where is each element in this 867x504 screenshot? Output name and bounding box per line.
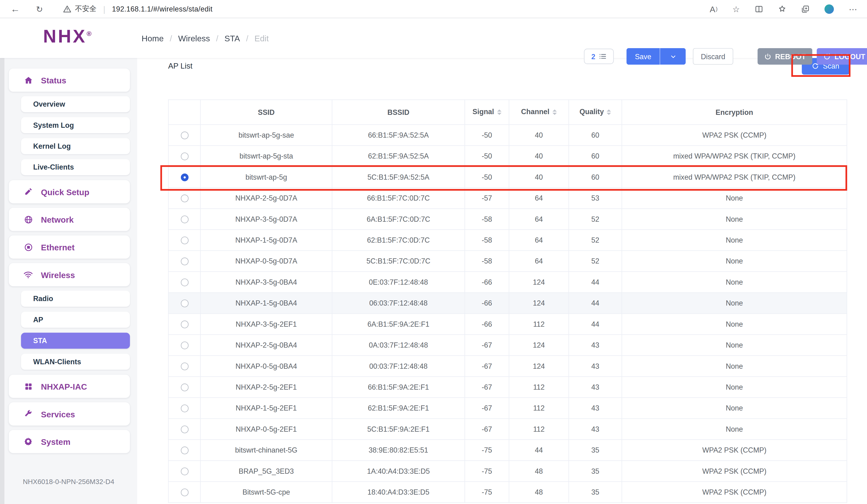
ap-row-bitswrt-5g-cpe[interactable]: Bitswrt-5G-cpe18:40:A4:D3:3E:D5-754835WP… bbox=[169, 482, 847, 503]
sort-carets-icon[interactable] bbox=[497, 107, 501, 117]
cell-ssid: NHXAP-0-5g-0BA4 bbox=[200, 356, 332, 376]
logout-label: LOGOUT bbox=[835, 52, 865, 60]
cell-signal: -66 bbox=[465, 272, 509, 293]
url-text[interactable]: 192.168.1.1/#/wireless/sta/edit bbox=[112, 5, 213, 13]
ap-select-radio[interactable] bbox=[181, 384, 189, 392]
cell-quality: 44 bbox=[569, 313, 622, 334]
select-cell bbox=[169, 461, 201, 481]
reboot-button[interactable]: REBOOT bbox=[758, 48, 812, 65]
back-button[interactable]: ← bbox=[11, 4, 20, 14]
cell-signal: -67 bbox=[465, 356, 509, 376]
sort-carets-icon[interactable] bbox=[607, 107, 611, 117]
save-dropdown-button[interactable] bbox=[660, 48, 686, 65]
ap-row-bitswrt-ap-5g[interactable]: bitswrt-ap-5g5C:B1:5F:9A:52:5A-504060mix… bbox=[169, 167, 847, 187]
pending-changes-button[interactable]: 2 bbox=[584, 49, 614, 64]
ap-row-nhxap-0-5g-2ef1[interactable]: NHXAP-0-5g-2EF15C:B1:5F:9A:2E:F1-6711243… bbox=[169, 419, 847, 439]
ap-select-radio[interactable] bbox=[181, 174, 189, 182]
split-screen-icon[interactable] bbox=[755, 5, 763, 13]
ap-select-radio[interactable] bbox=[181, 363, 189, 371]
ap-row-nhxap-2-5g-2ef1[interactable]: NHXAP-2-5g-2EF166:B1:5F:9A:2E:F1-6711243… bbox=[169, 377, 847, 398]
ap-select-radio[interactable] bbox=[181, 321, 189, 328]
ap-row-bitswrt-ap-5g-sta[interactable]: bitswrt-ap-5g-sta62:B1:5F:9A:52:5A-50406… bbox=[169, 146, 847, 167]
ap-select-radio[interactable] bbox=[181, 468, 189, 475]
ap-row-brap-5g-3ed3[interactable]: BRAP_5G_3ED31A:40:A4:D3:3E:D5-754835WPA2… bbox=[169, 461, 847, 481]
ap-row-nhxap-1-5g-2ef1[interactable]: NHXAP-1-5g-2EF162:B1:5F:9A:2E:F1-6711243… bbox=[169, 398, 847, 419]
select-cell bbox=[169, 167, 201, 187]
sidebar-item-wireless[interactable]: Wireless bbox=[9, 263, 130, 286]
ap-select-radio[interactable] bbox=[181, 279, 189, 287]
ap-select-radio[interactable] bbox=[181, 447, 189, 454]
cell-channel: 64 bbox=[509, 230, 569, 250]
ap-select-radio[interactable] bbox=[181, 489, 189, 496]
sidebar-item-system[interactable]: System bbox=[9, 430, 130, 453]
breadcrumb-item-wireless[interactable]: Wireless bbox=[178, 33, 210, 43]
ap-row-nhxap-2-5g-0ba4[interactable]: NHXAP-2-5g-0BA40A:03:7F:12:48:48-6712443… bbox=[169, 335, 847, 356]
ap-row-nhxap-1-5g-0ba4[interactable]: NHXAP-1-5g-0BA406:03:7F:12:48:48-6612444… bbox=[169, 293, 847, 313]
ap-select-radio[interactable] bbox=[181, 153, 189, 160]
sidebar-item-system-log[interactable]: System Log bbox=[21, 117, 130, 133]
ap-select-radio[interactable] bbox=[181, 300, 189, 308]
sidebar-item-sta[interactable]: STA bbox=[21, 333, 130, 349]
sidebar-item-radio[interactable]: Radio bbox=[21, 291, 130, 307]
ap-row-nhxap-3-5g-0d7a[interactable]: NHXAP-3-5g-0D7A6A:B1:5F:7C:0D:7C-586452N… bbox=[169, 208, 847, 229]
sidebar-item-network[interactable]: Network bbox=[9, 208, 130, 231]
cell-channel: 40 bbox=[509, 125, 569, 146]
settings-menu-icon[interactable]: ⋯ bbox=[849, 5, 857, 13]
sidebar-item-ap[interactable]: AP bbox=[21, 312, 130, 328]
logout-button[interactable]: LOGOUT bbox=[817, 48, 867, 65]
column-header-channel[interactable]: Channel bbox=[509, 100, 569, 125]
sidebar-item-services[interactable]: Services bbox=[9, 402, 130, 426]
ap-row-nhxap-2-5g-0d7a[interactable]: NHXAP-2-5g-0D7A66:B1:5F:7C:0D:7C-576453N… bbox=[169, 187, 847, 208]
breadcrumb-item-home[interactable]: Home bbox=[142, 33, 164, 43]
collections-icon[interactable] bbox=[801, 5, 810, 13]
ap-row-nhxap-0-5g-0d7a[interactable]: NHXAP-0-5g-0D7A5C:B1:5F:7C:0D:7C-586452N… bbox=[169, 250, 847, 271]
ap-row-nhxap-0-5g-0ba4[interactable]: NHXAP-0-5g-0BA400:03:7F:12:48:48-6712443… bbox=[169, 356, 847, 376]
ap-select-radio[interactable] bbox=[181, 258, 189, 265]
favorite-star-icon[interactable]: ☆ bbox=[732, 5, 740, 13]
ap-row-nhxap-3-5g-2ef1[interactable]: NHXAP-3-5g-2EF16A:B1:5F:9A:2E:F1-6611244… bbox=[169, 313, 847, 334]
cell-bssid: 0E:03:7F:12:48:48 bbox=[332, 272, 465, 293]
cell-quality: 60 bbox=[569, 146, 622, 167]
cell-quality: 60 bbox=[569, 167, 622, 187]
cell-quality: 52 bbox=[569, 208, 622, 229]
column-header-signal[interactable]: Signal bbox=[465, 100, 509, 125]
ap-select-radio[interactable] bbox=[181, 216, 189, 223]
breadcrumb-item-sta[interactable]: STA bbox=[224, 33, 240, 43]
cell-signal: -66 bbox=[465, 313, 509, 334]
cell-ssid: NHXAP-0-5g-2EF1 bbox=[200, 419, 332, 439]
refresh-button[interactable]: ↻ bbox=[36, 5, 43, 13]
favorites-hub-icon[interactable] bbox=[778, 5, 786, 13]
ap-select-radio[interactable] bbox=[181, 237, 189, 245]
discard-button[interactable]: Discard bbox=[693, 48, 734, 65]
cell-quality: 43 bbox=[569, 377, 622, 398]
sidebar-item-status[interactable]: Status bbox=[9, 68, 130, 92]
profile-avatar[interactable] bbox=[824, 4, 834, 14]
site-security-button[interactable]: 不安全 bbox=[63, 4, 97, 14]
ap-row-bitswrt-ap-5g-sae[interactable]: bitswrt-ap-5g-sae66:B1:5F:9A:52:5A-50406… bbox=[169, 125, 847, 146]
ap-select-radio[interactable] bbox=[181, 132, 189, 140]
ap-row-nhxap-3-5g-0ba4[interactable]: NHXAP-3-5g-0BA40E:03:7F:12:48:48-6612444… bbox=[169, 272, 847, 293]
ap-select-radio[interactable] bbox=[181, 405, 189, 412]
sidebar-item-wlan-clients[interactable]: WLAN-Clients bbox=[21, 354, 130, 370]
save-button[interactable]: Save bbox=[627, 48, 660, 65]
read-aloud-icon[interactable]: A) bbox=[710, 5, 718, 13]
ap-row-nhxap-1-5g-0d7a[interactable]: NHXAP-1-5g-0D7A62:B1:5F:7C:0D:7C-586452N… bbox=[169, 230, 847, 250]
sort-carets-icon[interactable] bbox=[552, 107, 557, 117]
sidebar-item-nhxap-iac[interactable]: NHXAP-IAC bbox=[9, 375, 130, 398]
sidebar-item-quick-setup[interactable]: Quick Setup bbox=[9, 180, 130, 203]
ap-select-radio[interactable] bbox=[181, 426, 189, 433]
ap-row-bitswrt-chinanet-5g[interactable]: bitswrt-chinanet-5G38:9E:80:82:E5:51-754… bbox=[169, 440, 847, 461]
ap-select-radio[interactable] bbox=[181, 195, 189, 202]
cell-quality: 52 bbox=[569, 250, 622, 271]
cell-ssid: NHXAP-1-5g-2EF1 bbox=[200, 398, 332, 419]
network-icon bbox=[23, 214, 33, 224]
sidebar-item-kernel-log[interactable]: Kernel Log bbox=[21, 138, 130, 154]
cell-ssid: NHXAP-0-5g-0D7A bbox=[200, 250, 332, 271]
sidebar-item-live-clients[interactable]: Live-Clients bbox=[21, 159, 130, 175]
ap-select-radio[interactable] bbox=[181, 342, 189, 350]
sidebar-item-ethernet[interactable]: Ethernet bbox=[9, 235, 130, 259]
sidebar-item-overview[interactable]: Overview bbox=[21, 96, 130, 112]
column-header-quality[interactable]: Quality bbox=[569, 100, 622, 125]
column-header-ssid: SSID bbox=[200, 100, 332, 125]
cell-quality: 43 bbox=[569, 419, 622, 439]
